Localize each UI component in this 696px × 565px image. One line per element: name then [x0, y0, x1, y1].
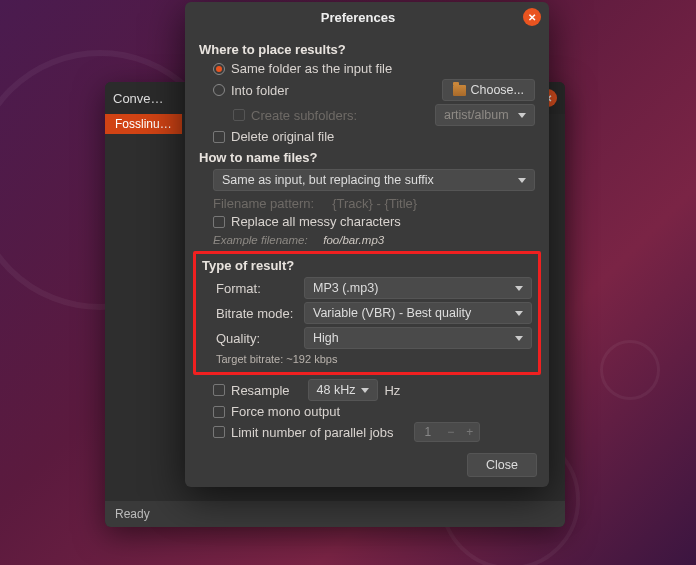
radio-into-folder[interactable]: [213, 84, 225, 96]
quality-select[interactable]: High: [304, 327, 532, 349]
bitrate-mode-label: Bitrate mode:: [216, 306, 294, 321]
close-button[interactable]: Close: [467, 453, 537, 477]
naming-select[interactable]: Same as input, but replacing the suffix: [213, 169, 535, 191]
radio-same-folder[interactable]: [213, 63, 225, 75]
status-text: Ready: [115, 507, 150, 521]
quality-label: Quality:: [216, 331, 294, 346]
target-bitrate-text: Target bitrate: ~192 kbps: [216, 353, 337, 365]
subfolder-pattern-select[interactable]: artist/album: [435, 104, 535, 126]
bitrate-mode-value: Variable (VBR) - Best quality: [313, 306, 509, 320]
bitrate-mode-select[interactable]: Variable (VBR) - Best quality: [304, 302, 532, 324]
tab-fosslinux[interactable]: Fosslinu…: [105, 114, 182, 134]
force-mono-label: Force mono output: [231, 404, 340, 419]
filename-pattern-label: Filename pattern:: [213, 196, 314, 211]
quality-value: High: [313, 331, 509, 345]
close-icon[interactable]: ✕: [523, 8, 541, 26]
status-bar: Ready: [105, 501, 565, 527]
dialog-title: Preferences: [193, 10, 523, 25]
close-button-label: Close: [486, 458, 518, 472]
parallel-jobs-stepper[interactable]: 1 − +: [414, 422, 481, 442]
preferences-dialog: Preferences ✕ Where to place results? Sa…: [185, 2, 549, 487]
section-name-files: How to name files?: [199, 150, 535, 165]
chevron-down-icon: [361, 388, 369, 393]
format-label: Format:: [216, 281, 294, 296]
choose-button-label: Choose...: [470, 83, 524, 97]
filename-pattern-value: {Track} - {Title}: [332, 196, 417, 211]
chevron-down-icon: [515, 311, 523, 316]
limit-jobs-label: Limit number of parallel jobs: [231, 425, 394, 440]
resample-rate-value: 48 kHz: [317, 383, 356, 397]
dialog-titlebar: Preferences ✕: [185, 2, 549, 32]
replace-messy-label: Replace all messy characters: [231, 214, 401, 229]
naming-select-value: Same as input, but replacing the suffix: [222, 173, 512, 187]
check-create-subfolders[interactable]: [233, 109, 245, 121]
type-of-result-highlight: Type of result? Format: MP3 (.mp3) Bitra…: [193, 251, 541, 375]
format-select[interactable]: MP3 (.mp3): [304, 277, 532, 299]
check-limit-jobs[interactable]: [213, 426, 225, 438]
radio-same-folder-label: Same folder as the input file: [231, 61, 392, 76]
subfolder-pattern-value: artist/album: [444, 108, 512, 122]
chevron-down-icon: [515, 336, 523, 341]
check-resample[interactable]: [213, 384, 225, 396]
main-window-title: Conve…: [113, 91, 164, 106]
chevron-down-icon: [518, 113, 526, 118]
chevron-down-icon: [518, 178, 526, 183]
section-type-of-result: Type of result?: [202, 258, 532, 273]
radio-into-folder-label: Into folder: [231, 83, 289, 98]
format-value: MP3 (.mp3): [313, 281, 509, 295]
delete-original-label: Delete original file: [231, 129, 334, 144]
example-filename-value: foo/bar.mp3: [323, 234, 384, 246]
parallel-jobs-value: 1: [415, 423, 442, 441]
stepper-minus-icon[interactable]: −: [441, 423, 460, 441]
check-delete-original[interactable]: [213, 131, 225, 143]
resample-rate-select[interactable]: 48 kHz: [308, 379, 379, 401]
choose-folder-button[interactable]: Choose...: [442, 79, 535, 101]
chevron-down-icon: [515, 286, 523, 291]
section-place-results: Where to place results?: [199, 42, 535, 57]
check-replace-messy[interactable]: [213, 216, 225, 228]
create-subfolders-label: Create subfolders:: [251, 108, 357, 123]
resample-unit: Hz: [384, 383, 400, 398]
folder-icon: [453, 85, 466, 96]
resample-label: Resample: [231, 383, 290, 398]
example-filename-label: Example filename:: [213, 234, 308, 246]
stepper-plus-icon[interactable]: +: [460, 423, 479, 441]
check-force-mono[interactable]: [213, 406, 225, 418]
